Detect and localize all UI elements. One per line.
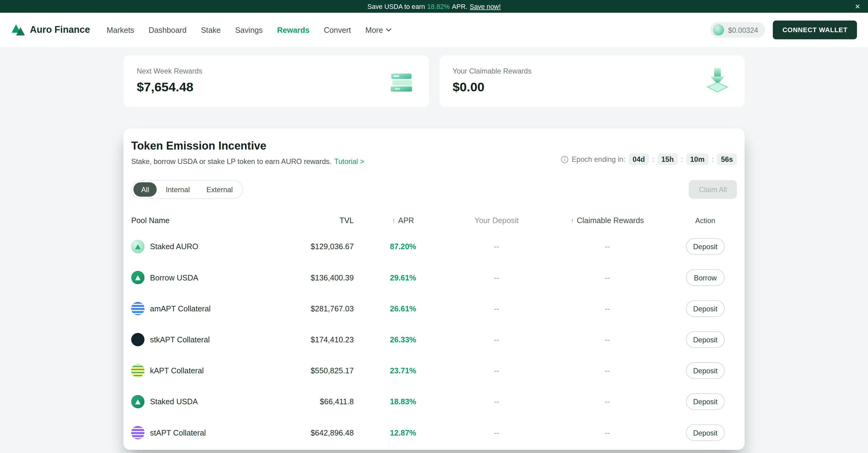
pool-apr: 18.83% (354, 397, 453, 406)
tab-external[interactable]: External (199, 182, 241, 197)
table-row: stkAPT Collateral $174,410.23 26.33% -- … (131, 324, 737, 355)
stat-value: $0.00 (453, 80, 732, 95)
pool-rewards: -- (541, 242, 674, 251)
pool-rewards: -- (541, 366, 674, 375)
brand-logo[interactable]: Auro Finance (11, 23, 90, 36)
banner-text-suffix: APR. (452, 2, 468, 10)
sort-asc-icon: ↑ (392, 217, 395, 224)
stat-label: Next Week Rewards (136, 67, 415, 76)
pool-deposit: -- (453, 273, 541, 282)
epoch-countdown: Epoch ending in: 04d : 15h : 10m : 56s (560, 153, 737, 166)
pool-tvl: $281,767.03 (292, 304, 354, 313)
deposit-button[interactable]: Deposit (686, 300, 725, 317)
panel-title: Token Emission Incentive (131, 139, 364, 152)
tab-internal[interactable]: Internal (158, 182, 197, 197)
claimable-rewards-card: Your Claimable Rewards $0.00 (439, 55, 745, 107)
token-emission-panel: Token Emission Incentive Stake, borrow U… (123, 129, 745, 450)
tab-all[interactable]: All (133, 182, 157, 197)
chevron-down-icon (386, 28, 392, 32)
next-week-rewards-card: Next Week Rewards $7,654.48 (123, 55, 429, 107)
pool-rewards: -- (541, 273, 674, 282)
pool-deposit: -- (453, 428, 541, 437)
deposit-button[interactable]: Deposit (686, 238, 725, 255)
header-claimable-rewards-sort[interactable]: ↑ Claimable Rewards (541, 216, 674, 225)
auro-logo-icon (11, 23, 25, 36)
header-tvl: TVL (292, 216, 354, 225)
pool-apr: 26.61% (354, 304, 453, 313)
nav-item-rewards[interactable]: Rewards (277, 25, 309, 34)
main-content: Next Week Rewards $7,654.48 Your C (123, 47, 745, 450)
table-row: Borrow USDA $136,400.39 29.61% -- -- Bor… (131, 262, 737, 293)
deposit-button[interactable]: Deposit (686, 362, 725, 379)
nav-item-more[interactable]: More (365, 25, 392, 34)
usda-token-icon (131, 271, 144, 284)
nav-item-stake[interactable]: Stake (201, 25, 221, 34)
connect-wallet-button[interactable]: CONNECT WALLET (773, 21, 857, 39)
stat-label: Your Claimable Rewards (453, 67, 732, 76)
nav-item-savings[interactable]: Savings (235, 25, 263, 34)
sort-asc-icon: ↑ (570, 217, 574, 224)
info-icon[interactable] (560, 155, 568, 163)
pool-tvl: $66,411.8 (292, 397, 354, 406)
staked-auro-token-icon (131, 240, 144, 253)
pool-filter-tabs: All Internal External (131, 180, 243, 199)
panel-subtitle: Stake, borrow USDA or stake LP token to … (131, 157, 331, 166)
pool-deposit: -- (453, 242, 541, 251)
close-icon[interactable]: ✕ (855, 2, 860, 10)
pool-apr: 23.71% (354, 366, 453, 375)
usda-token-icon (131, 395, 144, 408)
token-price-pill[interactable]: $0.00324 (710, 22, 765, 38)
header-apr-label: APR (398, 216, 414, 225)
brand-name: Auro Finance (30, 25, 90, 35)
countdown-days: 04d (629, 153, 649, 165)
countdown-minutes: 10m (686, 153, 708, 165)
pool-tvl: $136,400.39 (292, 273, 354, 282)
pool-rewards: -- (541, 428, 674, 437)
tutorial-link[interactable]: Tutorial > (334, 157, 364, 166)
top-navbar: Auro Finance Markets Dashboard Stake Sav… (0, 13, 868, 47)
page: Save USDA to earn 18.82% APR. Save now! … (0, 0, 868, 453)
deposit-button[interactable]: Deposit (686, 424, 725, 441)
pool-deposit: -- (453, 397, 541, 406)
table-row: stAPT Collateral $642,896.48 12.87% -- -… (131, 417, 737, 448)
countdown-separator: : (681, 155, 683, 163)
pool-tvl: $642,896.48 (292, 428, 354, 437)
pool-apr: 12.87% (354, 428, 453, 437)
header-your-deposit: Your Deposit (453, 216, 541, 225)
pool-deposit: -- (453, 335, 541, 344)
pool-rewards: -- (541, 335, 674, 344)
nav-item-markets[interactable]: Markets (106, 25, 134, 34)
stkapt-token-icon (131, 333, 144, 346)
amapt-token-icon (131, 302, 144, 315)
header-claimable-rewards-label: Claimable Rewards (577, 216, 644, 225)
pool-deposit: -- (453, 304, 541, 313)
pool-name: Staked USDA (150, 397, 198, 406)
pool-rewards: -- (541, 304, 674, 313)
main-nav: Markets Dashboard Stake Savings Rewards … (106, 25, 391, 34)
header-pool-name: Pool Name (131, 216, 291, 225)
countdown-separator: : (652, 155, 654, 163)
pool-apr: 87.20% (354, 242, 453, 251)
table-row: Staked AURO $129,036.67 87.20% -- -- Dep… (131, 231, 737, 262)
pool-apr: 29.61% (354, 273, 453, 282)
banner-save-now-link[interactable]: Save now! (469, 2, 500, 10)
deposit-button[interactable]: Deposit (686, 331, 725, 348)
pool-name: stkAPT Collateral (150, 335, 210, 344)
epoch-label: Epoch ending in: (572, 155, 625, 163)
nav-item-dashboard[interactable]: Dashboard (149, 25, 187, 34)
nav-item-more-label: More (365, 25, 383, 34)
nav-item-convert[interactable]: Convert (324, 25, 351, 34)
kapt-token-icon (131, 364, 144, 377)
pool-rewards: -- (541, 397, 674, 406)
pool-name: amAPT Collateral (150, 304, 211, 313)
banner-text: Save USDA to earn (367, 2, 425, 10)
promo-banner: Save USDA to earn 18.82% APR. Save now! … (0, 0, 868, 13)
borrow-button[interactable]: Borrow (686, 269, 725, 286)
claim-all-button[interactable]: Claim All (689, 180, 737, 199)
auro-token-icon (713, 25, 724, 35)
header-apr-sort[interactable]: ↑ APR (354, 216, 453, 225)
table-row: amAPT Collateral $281,767.03 26.61% -- -… (131, 293, 737, 324)
pool-tvl: $174,410.23 (292, 335, 354, 344)
pool-apr: 26.33% (354, 335, 453, 344)
deposit-button[interactable]: Deposit (686, 393, 725, 410)
